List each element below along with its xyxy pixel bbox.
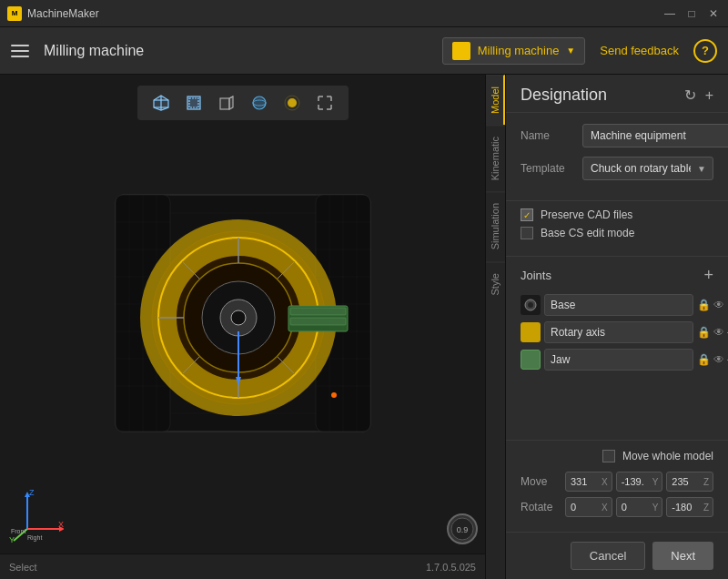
panel-title: Designation bbox=[521, 86, 607, 105]
cancel-button[interactable]: Cancel bbox=[571, 542, 645, 570]
svg-rect-84 bbox=[525, 327, 536, 338]
help-button[interactable]: ? bbox=[693, 39, 717, 63]
rotate-x-input[interactable] bbox=[566, 498, 598, 516]
preserve-cad-label: Preserve CAD files bbox=[541, 208, 632, 221]
rotate-row: Rotate X Y Z bbox=[521, 497, 713, 517]
move-y-input[interactable] bbox=[617, 472, 649, 491]
move-y-wrap: Y bbox=[616, 472, 663, 492]
joint-lock-rotary[interactable]: 🔒 bbox=[697, 326, 711, 339]
chevron-down-icon: ▼ bbox=[566, 46, 575, 56]
statusbar: Select 1.7.0.5.025 bbox=[0, 554, 485, 579]
move-row: Move X Y Z bbox=[521, 472, 713, 492]
svg-rect-86 bbox=[531, 353, 537, 359]
move-inputs: X Y Z bbox=[565, 472, 713, 492]
svg-rect-42 bbox=[290, 328, 346, 330]
svg-rect-87 bbox=[524, 361, 530, 366]
footer: Cancel Next bbox=[506, 532, 728, 579]
joint-icon-base bbox=[521, 295, 541, 315]
joint-actions-base: 🔒 👁 bbox=[697, 299, 724, 311]
move-x-input[interactable] bbox=[566, 472, 598, 491]
x-axis-label: X bbox=[598, 477, 612, 487]
joint-lock-base[interactable]: 🔒 bbox=[697, 299, 711, 311]
svg-rect-41 bbox=[290, 318, 346, 325]
rotate-x-wrap: X bbox=[565, 497, 612, 517]
name-input[interactable] bbox=[582, 124, 728, 147]
joints-add-button[interactable]: + bbox=[703, 266, 713, 285]
template-label: Template bbox=[521, 162, 575, 175]
refresh-button[interactable]: ↻ bbox=[684, 86, 696, 104]
rx-axis-label: X bbox=[598, 503, 612, 513]
svg-text:Y: Y bbox=[9, 535, 15, 543]
svg-text:Right: Right bbox=[27, 534, 42, 542]
rotate-z-wrap: Z bbox=[666, 497, 713, 517]
app-logo: M bbox=[7, 6, 22, 21]
move-label: Move bbox=[521, 475, 561, 488]
maximize-button[interactable]: □ bbox=[684, 6, 699, 21]
joint-actions-jaw: 🔒 👁 — bbox=[697, 353, 728, 366]
rotate-z-input[interactable] bbox=[667, 498, 700, 516]
joint-name-jaw[interactable] bbox=[544, 349, 693, 371]
move-whole-checkbox[interactable] bbox=[602, 450, 615, 462]
joint-visibility-rotary[interactable]: 👁 bbox=[713, 326, 724, 339]
minimize-button[interactable]: — bbox=[662, 6, 677, 21]
side-tabs: Model Kinematic Simulation Style bbox=[485, 75, 505, 579]
tab-style[interactable]: Style bbox=[486, 261, 505, 306]
rotate-y-input[interactable] bbox=[617, 498, 649, 516]
joint-icon-rotary bbox=[521, 322, 541, 342]
move-x-wrap: X bbox=[565, 472, 612, 492]
3d-scene[interactable] bbox=[0, 75, 485, 552]
base-cs-checkbox[interactable] bbox=[521, 227, 533, 239]
joint-name-base[interactable] bbox=[544, 294, 693, 316]
base-cs-label: Base CS edit mode bbox=[541, 227, 634, 239]
move-whole-row: Move whole model bbox=[521, 450, 713, 462]
checkbox-section: Preserve CAD files Base CS edit mode bbox=[506, 201, 728, 257]
rotate-inputs: X Y Z bbox=[565, 497, 713, 517]
titlebar: M MachineMaker — □ ✕ bbox=[0, 0, 728, 27]
joint-lock-jaw[interactable]: 🔒 bbox=[697, 353, 711, 366]
svg-point-30 bbox=[231, 310, 246, 325]
template-row: Template Chuck on rotary table 3-axis mi… bbox=[521, 157, 713, 180]
next-button[interactable]: Next bbox=[652, 542, 713, 570]
joint-visibility-base[interactable]: 👁 bbox=[713, 299, 724, 311]
z-axis-label: Z bbox=[700, 477, 713, 487]
svg-rect-40 bbox=[290, 308, 346, 315]
template-select[interactable]: Chuck on rotary table 3-axis mill 5-axis… bbox=[582, 157, 713, 180]
move-z-input[interactable] bbox=[667, 472, 700, 491]
form-section: Name Template Chuck on rotary table 3-ax… bbox=[506, 113, 728, 201]
menu-button[interactable] bbox=[11, 45, 29, 57]
camera-indicator: 0.9 bbox=[447, 513, 478, 544]
svg-text:Z: Z bbox=[29, 488, 35, 497]
joint-icon-jaw bbox=[521, 350, 541, 370]
name-label: Name bbox=[521, 129, 575, 142]
joints-title: Joints bbox=[521, 269, 551, 282]
move-z-wrap: Z bbox=[666, 472, 713, 492]
svg-rect-85 bbox=[524, 353, 530, 359]
base-cs-row: Base CS edit mode bbox=[521, 227, 713, 239]
select-status: Select bbox=[9, 562, 37, 573]
preserve-cad-row: Preserve CAD files bbox=[521, 208, 713, 221]
svg-rect-88 bbox=[531, 361, 537, 366]
joint-row-jaw: 🔒 👁 — bbox=[521, 349, 713, 371]
tab-model[interactable]: Model bbox=[486, 75, 505, 125]
feedback-button[interactable]: Send feedback bbox=[600, 44, 679, 57]
tab-kinematic[interactable]: Kinematic bbox=[486, 125, 505, 191]
add-button[interactable]: + bbox=[705, 87, 713, 104]
template-select-wrapper: Chuck on rotary table 3-axis mill 5-axis… bbox=[582, 157, 713, 180]
tab-simulation[interactable]: Simulation bbox=[486, 191, 505, 260]
machine-selector[interactable]: Milling machine ▼ bbox=[442, 37, 586, 65]
preserve-cad-checkbox[interactable] bbox=[521, 208, 533, 221]
name-row: Name bbox=[521, 124, 713, 147]
joints-header: Joints + bbox=[521, 266, 713, 285]
panel-actions: ↻ + bbox=[684, 86, 713, 104]
joint-visibility-jaw[interactable]: 👁 bbox=[713, 353, 724, 366]
svg-text:X: X bbox=[58, 520, 64, 529]
viewport[interactable]: Z X Y Front Right 0.9 Select 1.7 bbox=[0, 75, 485, 579]
rz-axis-label: Z bbox=[700, 503, 713, 513]
machine-icon bbox=[452, 42, 470, 60]
joint-row-base: 🔒 👁 bbox=[521, 294, 713, 316]
joint-name-rotary[interactable] bbox=[544, 321, 693, 343]
svg-text:0.9: 0.9 bbox=[457, 525, 469, 534]
panel-header: Designation ↻ + bbox=[506, 75, 728, 113]
move-section: Move whole model Move X Y Z bbox=[506, 440, 728, 532]
close-button[interactable]: ✕ bbox=[706, 6, 721, 21]
